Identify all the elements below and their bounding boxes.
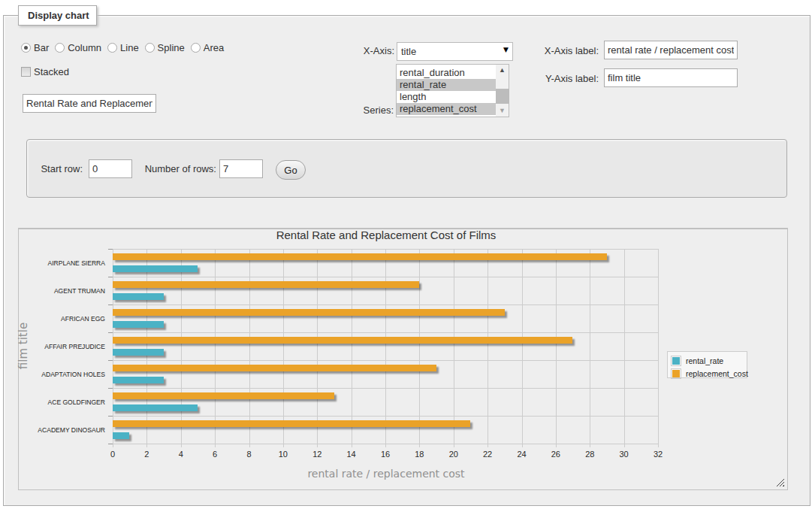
x-axis-select-value: title	[401, 46, 416, 57]
bar-replacement_cost[interactable]	[113, 365, 436, 371]
radio-line-label: Line	[120, 42, 139, 53]
x-axis-select-label: X-Axis:	[334, 45, 394, 56]
bar-rental_rate[interactable]	[113, 432, 129, 439]
bar-rental_rate[interactable]	[113, 265, 198, 272]
resize-handle-icon[interactable]	[776, 478, 784, 486]
x-tick-label: 24	[507, 450, 537, 459]
radio-bar[interactable]	[21, 43, 31, 53]
chart-panel: Rental Rate and Replacement Cost of Film…	[18, 228, 788, 490]
bar-rental_rate[interactable]	[113, 377, 164, 383]
gridline-vertical	[590, 249, 590, 444]
legend-row: replacement_cost	[671, 367, 747, 380]
series-listbox[interactable]: rental_duration rental_rate length repla…	[396, 64, 509, 117]
bar-replacement_cost[interactable]	[113, 337, 572, 344]
num-rows-input[interactable]	[219, 159, 263, 178]
gridline-horizontal	[113, 388, 658, 389]
gridline-vertical	[146, 249, 147, 444]
radio-column-label: Column	[68, 42, 101, 53]
chart-title: Rental Rate and Replacement Cost of Film…	[113, 229, 659, 241]
bar-replacement_cost[interactable]	[113, 253, 607, 260]
gridline-vertical	[556, 249, 557, 444]
bar-rental_rate[interactable]	[113, 321, 164, 328]
x-axis-select[interactable]: title	[397, 42, 513, 61]
gridline-vertical	[352, 249, 352, 444]
x-tick-label: 22	[472, 450, 503, 459]
chart-y-axis-title: film title	[17, 301, 29, 391]
gridline-horizontal	[113, 444, 658, 444]
legend-label: rental_rate	[686, 356, 723, 365]
y-axis-tick	[108, 249, 113, 250]
bar-replacement_cost[interactable]	[113, 281, 419, 288]
bar-replacement_cost[interactable]	[113, 309, 505, 316]
x-tick-label: 6	[200, 450, 230, 459]
bar-replacement_cost[interactable]	[113, 392, 334, 399]
x-tick-label: 18	[404, 450, 434, 459]
gridline-vertical	[113, 249, 113, 444]
gridline-horizontal	[113, 360, 658, 361]
category-label: AIRPLANE SIERRA	[4, 259, 105, 267]
radio-spline[interactable]	[145, 43, 155, 53]
radio-line[interactable]	[107, 43, 117, 53]
y-axis-tick	[108, 332, 113, 333]
gridline-vertical	[658, 249, 659, 444]
gridline-vertical	[317, 249, 318, 444]
y-axis-tick	[108, 304, 113, 305]
legend-label: replacement_cost	[686, 369, 748, 378]
scroll-thumb[interactable]	[496, 89, 509, 104]
start-row-input[interactable]	[89, 159, 132, 178]
gridline-horizontal	[113, 416, 658, 417]
gridline-vertical	[385, 249, 386, 444]
x-tick-label: 4	[166, 450, 196, 459]
scroll-up-icon[interactable]: ▲	[496, 65, 509, 76]
fieldset-legend-text: Display chart	[28, 10, 89, 21]
x-tick-label: 8	[234, 450, 264, 459]
gridline-vertical	[283, 249, 284, 444]
x-axis-tick	[658, 444, 659, 447]
x-tick-label: 30	[609, 450, 639, 459]
category-label: ACADEMY DINOSAUR	[4, 426, 105, 434]
series-option-replacement-cost[interactable]: replacement_cost	[397, 103, 496, 115]
x-tick-label: 32	[643, 450, 673, 459]
bar-rental_rate[interactable]	[113, 349, 164, 356]
series-option-length[interactable]: length	[397, 91, 496, 103]
y-axis-tick	[108, 360, 113, 361]
gridline-vertical	[488, 249, 488, 444]
fieldset-legend: Display chart	[18, 5, 97, 26]
stacked-label: Stacked	[34, 66, 69, 77]
gridline-vertical	[249, 249, 250, 444]
gridline-horizontal	[113, 304, 658, 305]
series-label: Series:	[334, 105, 394, 116]
bar-rental_rate[interactable]	[113, 404, 198, 411]
stacked-control: Stacked	[21, 66, 75, 77]
radio-area[interactable]	[191, 43, 201, 53]
y-axis-tick	[108, 388, 113, 389]
x-axis-label-input[interactable]	[604, 41, 738, 59]
x-tick-label: 2	[131, 450, 161, 459]
x-tick-label: 26	[541, 450, 571, 459]
num-rows-label: Number of rows:	[132, 163, 216, 174]
scroll-down-icon[interactable]: ▼	[496, 105, 509, 117]
series-option-rental-duration[interactable]: rental_duration	[397, 67, 496, 79]
radio-spline-label: Spline	[158, 42, 185, 53]
stacked-checkbox[interactable]	[21, 67, 31, 77]
gridline-vertical	[454, 249, 454, 444]
go-button[interactable]: Go	[276, 160, 306, 180]
bar-replacement_cost[interactable]	[113, 420, 470, 427]
gridline-vertical	[215, 249, 216, 444]
gridline-vertical	[419, 249, 420, 444]
y-axis-label-input[interactable]	[604, 68, 738, 87]
series-scrollbar[interactable]: ▲ ▼	[496, 65, 509, 117]
row-controls-panel: Start row: Number of rows: Go	[26, 139, 787, 198]
series-option-rental-rate[interactable]: rental_rate	[397, 79, 496, 91]
chart-plot-area: AIRPLANE SIERRAAGENT TRUMANAFRICAN EGGAF…	[113, 249, 658, 444]
x-tick-label: 14	[337, 450, 367, 459]
x-tick-label: 28	[575, 450, 605, 459]
y-axis-tick	[108, 277, 113, 277]
radio-column[interactable]	[55, 43, 65, 53]
gridline-horizontal	[113, 249, 658, 250]
x-tick-label: 12	[302, 450, 332, 459]
chart-title-input[interactable]	[23, 94, 156, 113]
bar-rental_rate[interactable]	[113, 293, 164, 300]
start-row-label: Start row:	[27, 163, 83, 174]
category-label: ACE GOLDFINGER	[4, 398, 105, 406]
